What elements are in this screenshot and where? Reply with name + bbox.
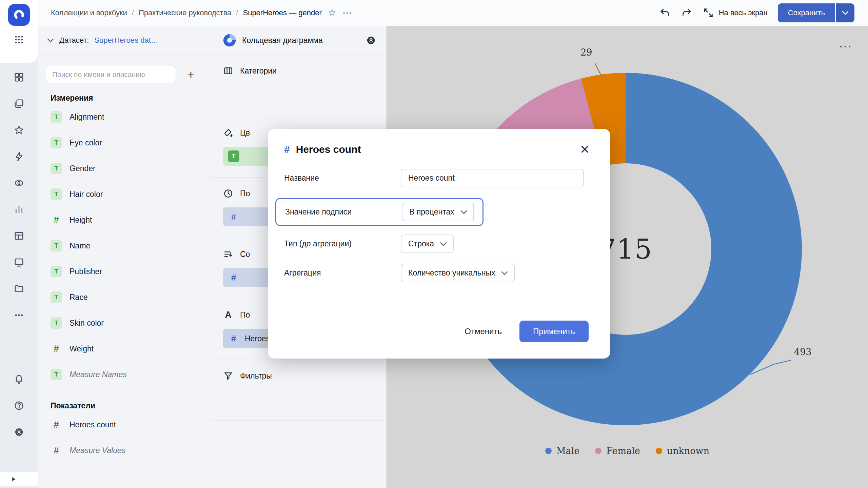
chevron-down-icon — [440, 242, 447, 246]
donut-chart-type-icon[interactable] — [223, 34, 236, 47]
datalens-logo[interactable] — [8, 4, 30, 26]
field-label: Тип (до агрегации) — [284, 239, 401, 248]
star-icon[interactable] — [14, 125, 24, 135]
add-field-button[interactable]: + — [181, 66, 200, 83]
bar-chart-icon[interactable] — [14, 204, 24, 215]
text-type-icon: T — [51, 137, 62, 148]
field-name: Height — [70, 216, 92, 225]
field-name: Measure Names — [70, 370, 127, 379]
favorite-star-icon[interactable]: ☆ — [328, 8, 336, 18]
search-row: + — [38, 55, 210, 83]
breadcrumb-guides[interactable]: Практические руководства — [139, 8, 231, 17]
redo-icon[interactable] — [681, 7, 692, 19]
more-icon[interactable] — [14, 310, 24, 320]
field-list-item[interactable]: TRace — [38, 284, 210, 310]
legend-item-Male[interactable]: Male — [545, 446, 579, 456]
field-list-item[interactable]: #Heroes count — [38, 412, 210, 438]
chart-type-label[interactable]: Кольцевая диаграмма — [242, 36, 360, 45]
field-list-item[interactable]: THair color — [38, 181, 210, 207]
legend-item-unknown[interactable]: unknown — [656, 446, 709, 456]
save-dropdown-button[interactable] — [836, 3, 854, 22]
breadcrumb-collections[interactable]: Коллекции и воркбуки — [51, 8, 127, 17]
top-bar: Коллекции и воркбуки / Практические руко… — [0, 0, 868, 26]
type-select[interactable]: Строка — [401, 235, 454, 253]
section-label: По — [240, 189, 250, 198]
logo-icon — [12, 8, 26, 22]
fullscreen-button[interactable]: На весь экран — [703, 7, 768, 19]
bell-icon[interactable] — [14, 374, 24, 384]
number-type-icon: # — [51, 445, 62, 456]
aggregation-select[interactable]: Количество уникальных — [401, 264, 515, 282]
left-navigation-rail — [0, 0, 38, 488]
undo-icon[interactable] — [659, 7, 671, 19]
lightning-icon[interactable] — [14, 151, 24, 162]
dataset-name-link[interactable]: SuperHeroes dat… — [94, 36, 158, 45]
field-list-item[interactable]: TEye color — [38, 130, 210, 156]
help-icon[interactable] — [14, 401, 24, 411]
breadcrumb-separator: / — [236, 8, 238, 17]
field-list-item[interactable]: #Measure Values — [38, 438, 210, 463]
name-input[interactable] — [401, 169, 584, 187]
chevron-down-icon — [842, 11, 849, 15]
field-name: Eye color — [70, 138, 102, 147]
field-list-item[interactable]: #Height — [38, 207, 210, 233]
field-list-item[interactable]: TAlignment — [38, 104, 210, 130]
breadcrumb-separator: / — [132, 8, 134, 17]
viz-header: Кольцевая диаграмма — [210, 26, 386, 55]
viz-section-categories[interactable]: Категории — [210, 55, 386, 117]
field-row-aggregation: Агрегация Количество уникальных — [284, 264, 589, 282]
save-button[interactable]: Сохранить — [778, 3, 835, 22]
number-type-icon: # — [228, 272, 239, 283]
field-list-item[interactable]: TName — [38, 233, 210, 259]
viz-section-filters[interactable]: Фильтры — [210, 360, 386, 421]
number-type-icon: # — [51, 344, 62, 354]
field-name: Publisher — [70, 267, 102, 276]
field-list-item[interactable]: TPublisher — [38, 259, 210, 284]
collapse-bar[interactable] — [0, 472, 38, 486]
cancel-button[interactable]: Отменить — [462, 326, 504, 337]
apps-grid-icon[interactable] — [14, 35, 24, 45]
field-list-item[interactable]: #Weight — [38, 336, 210, 362]
legend-label: Female — [606, 446, 640, 456]
legend-dot — [545, 448, 552, 454]
text-type-icon: T — [228, 150, 239, 162]
measures-title: Показатели — [38, 391, 210, 412]
chart-settings-gear-icon[interactable] — [366, 35, 376, 45]
rail-icons — [0, 63, 38, 320]
fullscreen-label: На весь экран — [719, 8, 768, 17]
squares-icon[interactable] — [14, 72, 24, 82]
search-input[interactable] — [46, 66, 176, 83]
text-type-icon: T — [51, 240, 62, 251]
more-actions-icon[interactable]: ⋯ — [342, 8, 352, 18]
legend-item-Female[interactable]: Female — [595, 446, 640, 456]
close-icon[interactable]: × — [578, 141, 591, 157]
breadcrumb: Коллекции и воркбуки / Практические руко… — [51, 8, 322, 17]
app-window: Коллекции и воркбуки / Практические руко… — [0, 0, 868, 488]
venn-icon[interactable] — [14, 178, 24, 188]
funnel-icon — [223, 371, 233, 381]
apply-button[interactable]: Применить — [519, 321, 589, 342]
legend-dot — [656, 448, 662, 454]
table-icon[interactable] — [14, 231, 24, 241]
field-list-item[interactable]: TMeasure Names — [38, 362, 210, 387]
legend-label: Male — [556, 446, 579, 456]
field-list-item[interactable]: TGender — [38, 156, 210, 181]
dimensions-list: TAlignmentTEye colorTGenderTHair color#H… — [38, 104, 210, 387]
layers-icon[interactable] — [14, 99, 24, 109]
gear-icon[interactable] — [14, 427, 24, 437]
modal-title: Heroes count — [296, 144, 361, 155]
field-list-item[interactable]: TSkin color — [38, 310, 210, 336]
data-label-male: 493 — [794, 347, 812, 357]
field-name: Hair color — [70, 190, 103, 199]
monitor-icon[interactable] — [14, 257, 24, 267]
label-value-select[interactable]: В процентах — [402, 203, 474, 221]
number-type-icon: # — [51, 215, 62, 225]
section-label: По — [240, 310, 250, 320]
save-split-button: Сохранить — [778, 3, 854, 22]
select-value: Строка — [408, 239, 434, 248]
chevron-down-icon[interactable] — [47, 38, 54, 42]
field-name: Race — [70, 293, 88, 302]
modal-buttons: Отменить Применить — [462, 321, 589, 342]
folder-icon[interactable] — [14, 284, 24, 294]
chevron-down-icon — [460, 210, 467, 214]
